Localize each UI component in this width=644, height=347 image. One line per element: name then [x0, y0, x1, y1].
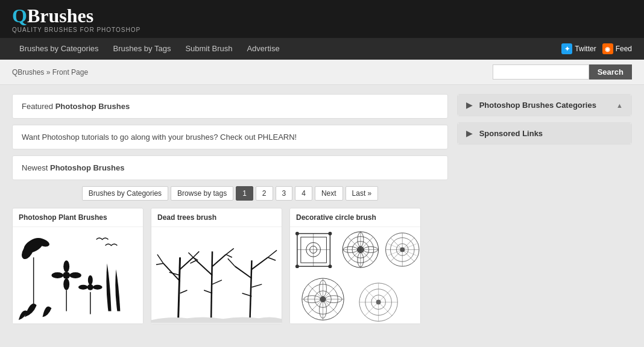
svg-point-8: [51, 272, 63, 278]
svg-point-51: [328, 232, 332, 236]
svg-point-13: [78, 285, 88, 290]
svg-point-50: [295, 232, 299, 236]
feed-label: Feed: [616, 45, 632, 53]
nav-brushes-tags[interactable]: Brushes by Tags: [106, 38, 178, 60]
sidebar: ▶ Photoshop Brushes Categories ▲ ▶ Spons…: [457, 94, 632, 151]
feed-link[interactable]: ◉ Feed: [602, 43, 632, 54]
page-3[interactable]: 3: [276, 186, 293, 201]
breadcrumb-current: Front Page: [52, 68, 88, 77]
content: Featured Photoshop Brushes Want Photosho…: [12, 94, 448, 324]
svg-rect-16: [151, 228, 282, 324]
page-4[interactable]: 4: [295, 186, 312, 201]
logo-rest: Brushes: [27, 5, 93, 27]
search-area: Search: [493, 64, 632, 80]
page-2[interactable]: 2: [256, 186, 273, 201]
twitter-link[interactable]: ✦ Twitter: [561, 43, 596, 54]
nav-advertise[interactable]: Advertise: [239, 38, 286, 60]
promo-text: Want Photoshop tutorials to go along wit…: [22, 133, 297, 142]
newest-label-plain: Newest: [22, 163, 50, 172]
page-1[interactable]: 1: [236, 186, 253, 201]
feed-icon: ◉: [602, 43, 613, 54]
nav-social: ✦ Twitter ◉ Feed: [561, 43, 632, 54]
page-next[interactable]: Next: [315, 186, 343, 201]
featured-label-plain: Featured: [22, 102, 55, 111]
twitter-icon: ✦: [561, 43, 572, 54]
svg-rect-43: [290, 228, 420, 324]
nav: Brushes by Categories Brushes by Tags Su…: [0, 38, 644, 60]
featured-label-bold: Photoshop Brushes: [55, 102, 130, 111]
breadcrumb: QBrushes » Front Page: [12, 68, 88, 77]
brush-grid: Photoshop Plant Brushes: [12, 208, 448, 324]
svg-point-9: [69, 272, 81, 278]
sidebar-categories-arrow-left: ▶: [466, 101, 472, 110]
newest-label-bold: Photoshop Brushes: [50, 163, 125, 172]
svg-point-12: [88, 275, 93, 285]
brush-card-circles[interactable]: Decorative circle brush: [289, 208, 421, 324]
header: QBrushes QUALITY BRUSHES FOR PHOTOSHOP: [0, 0, 644, 38]
brush-card-trees[interactable]: Dead trees brush: [151, 208, 282, 324]
logo-q: Q: [12, 5, 27, 27]
pagination-bar: Brushes by Categories Browse by tags 1 2…: [12, 186, 448, 201]
featured-section: Featured Photoshop Brushes: [12, 94, 448, 119]
search-button[interactable]: Search: [589, 64, 632, 80]
logo-area: QBrushes QUALITY BRUSHES FOR PHOTOSHOP: [12, 6, 140, 33]
main-layout: Featured Photoshop Brushes Want Photosho…: [0, 85, 644, 333]
svg-point-53: [328, 264, 332, 268]
sidebar-sponsored-label: Sponsored Links: [479, 129, 543, 138]
breadcrumb-separator: »: [44, 68, 52, 77]
sidebar-categories-label: Photoshop Brushes Categories: [479, 101, 596, 110]
brush-card-plant[interactable]: Photoshop Plant Brushes: [12, 208, 144, 324]
sidebar-categories-arrow: ▲: [616, 102, 623, 109]
sidebar-sponsored-header[interactable]: ▶ Sponsored Links: [458, 123, 631, 144]
page-last[interactable]: Last »: [346, 186, 379, 201]
sidebar-categories-header[interactable]: ▶ Photoshop Brushes Categories ▲: [458, 95, 631, 116]
svg-point-6: [63, 260, 69, 272]
pagination-tags[interactable]: Browse by tags: [171, 186, 233, 201]
logo[interactable]: QBrushes: [12, 6, 140, 25]
logo-subtitle: QUALITY BRUSHES FOR PHOTOSHOP: [12, 27, 140, 33]
promo-section: Want Photoshop tutorials to go along wit…: [12, 125, 448, 149]
brush-card-circles-title: Decorative circle brush: [290, 208, 420, 227]
nav-submit-brush[interactable]: Submit Brush: [178, 38, 239, 60]
nav-brushes-categories[interactable]: Brushes by Categories: [12, 38, 106, 60]
sidebar-sponsored-section: ▶ Sponsored Links: [457, 122, 632, 145]
brush-card-plant-image: [13, 227, 143, 324]
pagination-categories[interactable]: Brushes by Categories: [82, 186, 168, 201]
breadcrumb-home[interactable]: QBrushes: [12, 68, 44, 77]
brush-card-plant-title: Photoshop Plant Brushes: [13, 208, 143, 227]
svg-point-5: [63, 272, 70, 279]
breadcrumb-bar: QBrushes » Front Page Search: [0, 60, 644, 85]
search-input[interactable]: [493, 64, 589, 80]
svg-point-11: [87, 284, 93, 290]
brush-card-trees-image: [151, 227, 282, 324]
svg-point-7: [63, 278, 69, 290]
brush-card-trees-title: Dead trees brush: [151, 208, 282, 227]
sidebar-sponsored-arrow-left: ▶: [466, 129, 472, 138]
sidebar-categories-section: ▶ Photoshop Brushes Categories ▲: [457, 94, 632, 116]
newest-section: Newest Photoshop Brushes: [12, 155, 448, 180]
svg-point-14: [93, 285, 103, 290]
nav-links: Brushes by Categories Brushes by Tags Su…: [12, 38, 561, 60]
twitter-label: Twitter: [575, 45, 596, 53]
brush-card-circles-image: [290, 227, 420, 324]
svg-point-52: [295, 264, 299, 268]
